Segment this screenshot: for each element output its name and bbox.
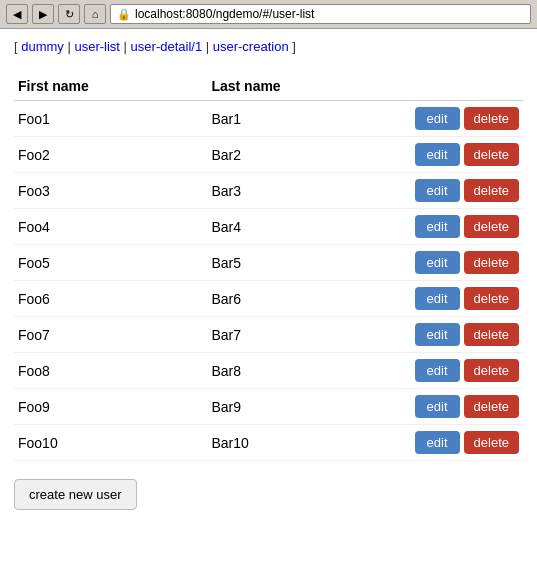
cell-first-name: Foo10	[14, 425, 207, 461]
cell-last-name: Bar8	[207, 353, 380, 389]
edit-button[interactable]: edit	[415, 107, 460, 130]
delete-button[interactable]: delete	[464, 431, 519, 454]
cell-actions: editdelete	[380, 389, 523, 425]
cell-actions: editdelete	[380, 425, 523, 461]
cell-last-name: Bar1	[207, 101, 380, 137]
edit-button[interactable]: edit	[415, 323, 460, 346]
cell-actions: editdelete	[380, 101, 523, 137]
url-text: localhost:8080/ngdemo/#/user-list	[135, 7, 314, 21]
cell-first-name: Foo1	[14, 101, 207, 137]
cell-first-name: Foo9	[14, 389, 207, 425]
cell-first-name: Foo3	[14, 173, 207, 209]
col-header-actions	[380, 72, 523, 101]
browser-toolbar: ◀ ▶ ↻ ⌂ 🔒 localhost:8080/ngdemo/#/user-l…	[6, 4, 531, 24]
table-row: Foo9Bar9editdelete	[14, 389, 523, 425]
nav-links: [ dummy | user-list | user-detail/1 | us…	[14, 39, 523, 54]
page-content: [ dummy | user-list | user-detail/1 | us…	[0, 29, 537, 520]
edit-button[interactable]: edit	[415, 287, 460, 310]
edit-button[interactable]: edit	[415, 251, 460, 274]
table-row: Foo3Bar3editdelete	[14, 173, 523, 209]
cell-first-name: Foo5	[14, 245, 207, 281]
table-row: Foo6Bar6editdelete	[14, 281, 523, 317]
cell-first-name: Foo4	[14, 209, 207, 245]
cell-first-name: Foo2	[14, 137, 207, 173]
delete-button[interactable]: delete	[464, 395, 519, 418]
nav-link-user-detail[interactable]: user-detail/1	[131, 39, 203, 54]
edit-button[interactable]: edit	[415, 359, 460, 382]
table-row: Foo4Bar4editdelete	[14, 209, 523, 245]
cell-actions: editdelete	[380, 137, 523, 173]
back-button[interactable]: ◀	[6, 4, 28, 24]
cell-last-name: Bar2	[207, 137, 380, 173]
col-header-last: Last name	[207, 72, 380, 101]
cell-actions: editdelete	[380, 353, 523, 389]
table-row: Foo1Bar1editdelete	[14, 101, 523, 137]
cell-first-name: Foo8	[14, 353, 207, 389]
cell-last-name: Bar4	[207, 209, 380, 245]
cell-last-name: Bar9	[207, 389, 380, 425]
cell-first-name: Foo6	[14, 281, 207, 317]
delete-button[interactable]: delete	[464, 179, 519, 202]
delete-button[interactable]: delete	[464, 107, 519, 130]
cell-last-name: Bar10	[207, 425, 380, 461]
cell-actions: editdelete	[380, 173, 523, 209]
cell-actions: editdelete	[380, 317, 523, 353]
table-row: Foo5Bar5editdelete	[14, 245, 523, 281]
delete-button[interactable]: delete	[464, 251, 519, 274]
create-new-user-button[interactable]: create new user	[14, 479, 137, 510]
cell-first-name: Foo7	[14, 317, 207, 353]
cell-last-name: Bar3	[207, 173, 380, 209]
cell-actions: editdelete	[380, 245, 523, 281]
cell-last-name: Bar6	[207, 281, 380, 317]
delete-button[interactable]: delete	[464, 359, 519, 382]
delete-button[interactable]: delete	[464, 215, 519, 238]
user-table: First name Last name Foo1Bar1editdeleteF…	[14, 72, 523, 461]
delete-button[interactable]: delete	[464, 287, 519, 310]
forward-button[interactable]: ▶	[32, 4, 54, 24]
lock-icon: 🔒	[117, 8, 131, 21]
delete-button[interactable]: delete	[464, 323, 519, 346]
home-button[interactable]: ⌂	[84, 4, 106, 24]
table-row: Foo8Bar8editdelete	[14, 353, 523, 389]
nav-link-user-creation[interactable]: user-creation	[213, 39, 289, 54]
delete-button[interactable]: delete	[464, 143, 519, 166]
cell-actions: editdelete	[380, 209, 523, 245]
reload-button[interactable]: ↻	[58, 4, 80, 24]
nav-link-user-list[interactable]: user-list	[74, 39, 120, 54]
nav-link-dummy[interactable]: dummy	[21, 39, 64, 54]
table-row: Foo10Bar10editdelete	[14, 425, 523, 461]
cell-last-name: Bar7	[207, 317, 380, 353]
table-row: Foo2Bar2editdelete	[14, 137, 523, 173]
edit-button[interactable]: edit	[415, 395, 460, 418]
col-header-first: First name	[14, 72, 207, 101]
address-bar[interactable]: 🔒 localhost:8080/ngdemo/#/user-list	[110, 4, 531, 24]
edit-button[interactable]: edit	[415, 143, 460, 166]
table-row: Foo7Bar7editdelete	[14, 317, 523, 353]
edit-button[interactable]: edit	[415, 431, 460, 454]
cell-actions: editdelete	[380, 281, 523, 317]
browser-chrome: ◀ ▶ ↻ ⌂ 🔒 localhost:8080/ngdemo/#/user-l…	[0, 0, 537, 29]
edit-button[interactable]: edit	[415, 215, 460, 238]
cell-last-name: Bar5	[207, 245, 380, 281]
edit-button[interactable]: edit	[415, 179, 460, 202]
